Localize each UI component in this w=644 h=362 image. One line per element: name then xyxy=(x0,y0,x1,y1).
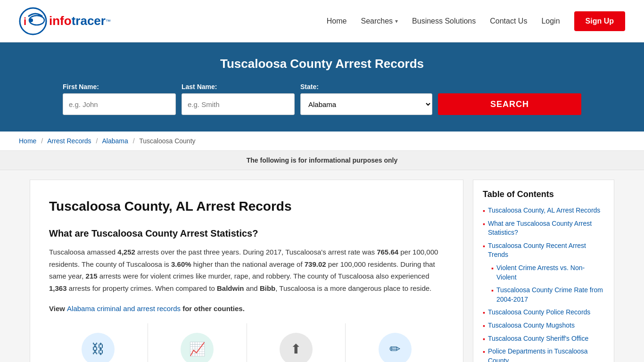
toc-item-7: Tuscaloosa County Mugshots xyxy=(483,321,604,330)
arrow-up-icon: ⬆ xyxy=(280,333,313,362)
breadcrumb-county: Tuscaloosa County xyxy=(139,137,195,145)
toc-heading: Table of Contents xyxy=(483,189,604,199)
article: Tuscaloosa County, AL Arrest Records Wha… xyxy=(30,180,463,362)
article-paragraph2: View Alabama criminal and arrest records… xyxy=(49,303,444,315)
breadcrumb-sep-2: / xyxy=(96,137,98,145)
toc-list: Tuscaloosa County, AL Arrest Records Wha… xyxy=(483,206,604,362)
search-button[interactable]: SEARCH xyxy=(438,93,581,115)
nav-login[interactable]: Login xyxy=(541,17,560,25)
toc-link-7[interactable]: Tuscaloosa County Mugshots xyxy=(488,321,575,330)
article-section1-heading: What are Tuscaloosa County Arrest Statis… xyxy=(49,228,444,239)
svg-text:i: i xyxy=(24,16,26,27)
nav-searches[interactable]: Searches xyxy=(361,17,393,25)
icons-row: ⛓ 📈 ⬆ ✏ xyxy=(49,323,444,362)
view-label: View xyxy=(49,304,67,313)
icon-box-1: ⛓ xyxy=(49,323,148,362)
logo-text-red: info xyxy=(49,14,72,28)
toc-link-1[interactable]: Tuscaloosa County, AL Arrest Records xyxy=(488,206,600,215)
stat-national-avg: 739.02 xyxy=(305,260,326,268)
icon-box-2: 📈 xyxy=(148,323,247,362)
toc-item-5: Tuscaloosa County Crime Rate from 2004-2… xyxy=(483,286,604,304)
toc-link-5[interactable]: Tuscaloosa County Crime Rate from 2004-2… xyxy=(496,286,604,304)
breadcrumb-sep-1: / xyxy=(41,137,43,145)
toc-item-4: Violent Crime Arrests vs. Non-Violent xyxy=(483,263,604,282)
toc-item-2: What are Tuscaloosa County Arrest Statis… xyxy=(483,219,604,238)
handcuffs-icon: ⛓ xyxy=(82,333,115,362)
toc-item-1: Tuscaloosa County, AL Arrest Records xyxy=(483,206,604,215)
logo[interactable]: i infotracer™ xyxy=(19,7,111,35)
toc-link-6[interactable]: Tuscaloosa County Police Records xyxy=(488,308,590,317)
article-title: Tuscaloosa County, AL Arrest Records xyxy=(49,199,444,214)
signup-button[interactable]: Sign Up xyxy=(574,11,625,31)
toc-link-3[interactable]: Tuscaloosa County Recent Arrest Trends xyxy=(488,241,604,260)
toc-item-9: Police Departments in Tuscaloosa County xyxy=(483,347,604,362)
for-counties-label: for other counties. xyxy=(181,304,245,313)
first-name-input[interactable] xyxy=(63,93,176,115)
stat-bibb: Bibb xyxy=(260,284,275,292)
info-notice: The following is for informational purpo… xyxy=(0,151,644,170)
chart-up-icon: 📈 xyxy=(181,333,214,362)
first-name-label: First Name: xyxy=(63,83,176,90)
logo-trademark: ™ xyxy=(106,18,111,24)
breadcrumb-alabama[interactable]: Alabama xyxy=(102,137,128,145)
last-name-input[interactable] xyxy=(182,93,295,115)
hero-section: Tuscaloosa County Arrest Records First N… xyxy=(0,42,644,132)
toc-item-6: Tuscaloosa County Police Records xyxy=(483,308,604,317)
stat-violent: 215 xyxy=(86,272,98,280)
logo-icon: i xyxy=(19,7,47,35)
svg-point-3 xyxy=(29,18,33,22)
main-nav: Home Searches ▾ Business Solutions Conta… xyxy=(327,11,625,31)
main-content: Tuscaloosa County, AL Arrest Records Wha… xyxy=(20,180,624,362)
site-header: i infotracer™ Home Searches ▾ Business S… xyxy=(0,0,644,42)
article-paragraph1: Tuscaloosa amassed 4,252 arrests over th… xyxy=(49,246,444,294)
last-name-label: Last Name: xyxy=(182,83,295,90)
stat-arrests: 4,252 xyxy=(117,248,135,256)
nav-business-solutions[interactable]: Business Solutions xyxy=(412,17,476,25)
stat-baldwin: Baldwin xyxy=(217,284,244,292)
breadcrumb-sep-3: / xyxy=(133,137,135,145)
toc-link-8[interactable]: Tuscaloosa County Sheriff's Office xyxy=(488,334,588,344)
stat-property: 1,363 xyxy=(49,284,67,292)
toc-link-2[interactable]: What are Tuscaloosa County Arrest Statis… xyxy=(488,219,604,238)
state-select[interactable]: Alabama Alaska Arizona Arkansas Californ… xyxy=(300,93,432,115)
alabama-records-link[interactable]: Alabama criminal and arrest records xyxy=(67,304,181,313)
state-group: State: Alabama Alaska Arizona Arkansas C… xyxy=(300,83,432,115)
chevron-down-icon: ▾ xyxy=(395,18,398,25)
toc-link-4[interactable]: Violent Crime Arrests vs. Non-Violent xyxy=(496,263,604,282)
table-of-contents-sidebar: Table of Contents Tuscaloosa County, AL … xyxy=(473,180,614,362)
breadcrumb: Home / Arrest Records / Alabama / Tuscal… xyxy=(0,132,644,151)
breadcrumb-arrest-records[interactable]: Arrest Records xyxy=(47,137,91,145)
first-name-group: First Name: xyxy=(63,83,176,115)
breadcrumb-home[interactable]: Home xyxy=(19,137,36,145)
nav-contact-us[interactable]: Contact Us xyxy=(490,17,527,25)
stat-rate: 765.64 xyxy=(377,248,398,256)
state-label: State: xyxy=(300,83,432,90)
nav-home[interactable]: Home xyxy=(327,17,347,25)
icon-box-3: ⬆ xyxy=(247,323,346,362)
search-form: First Name: Last Name: State: Alabama Al… xyxy=(63,83,581,115)
pencil-icon: ✏ xyxy=(379,333,412,362)
toc-item-3: Tuscaloosa County Recent Arrest Trends xyxy=(483,241,604,260)
last-name-group: Last Name: xyxy=(182,83,295,115)
toc-link-9[interactable]: Police Departments in Tuscaloosa County xyxy=(488,347,604,362)
icon-box-4: ✏ xyxy=(346,323,444,362)
toc-item-8: Tuscaloosa County Sheriff's Office xyxy=(483,334,604,344)
logo-text-blue: tracer xyxy=(72,14,106,28)
hero-title: Tuscaloosa County Arrest Records xyxy=(19,57,625,71)
stat-percent: 3.60% xyxy=(171,260,191,268)
nav-searches-wrapper[interactable]: Searches ▾ xyxy=(361,17,398,25)
